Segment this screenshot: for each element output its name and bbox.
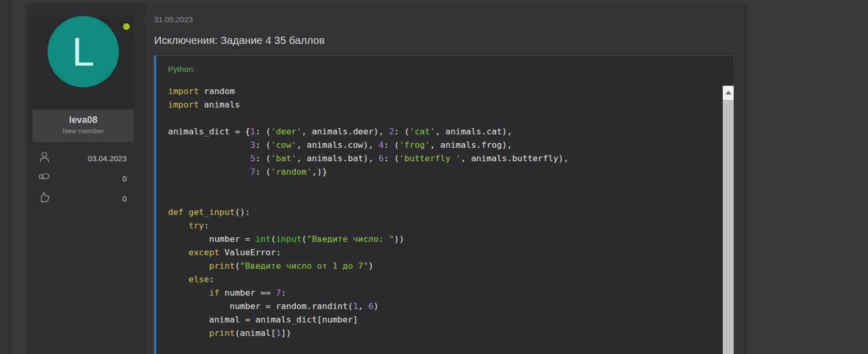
code-line [168, 179, 720, 192]
code-line: number = int(input("Введите число: ")) [168, 233, 720, 246]
stat-row-joined: 03.04.2023 [38, 150, 127, 166]
post-title: Исключения: Задание 4 35 баллов [154, 34, 734, 47]
username-link[interactable]: leva08 [35, 115, 132, 126]
code-line [168, 112, 720, 125]
likes-icon [38, 191, 51, 206]
code-language-label: Python: [168, 65, 720, 74]
code-line: animals_dict = {1: ('deer', animals.deer… [168, 125, 720, 138]
chevron-up-icon [725, 90, 732, 95]
code-line: animal = animals_dict[number] [168, 313, 720, 327]
code-line: number = random.randint(1, 6) [168, 300, 720, 313]
code-line: print("Введите число от 1 до 7") [168, 259, 720, 273]
post-date: 31.05.2023 [154, 15, 734, 24]
code-line: print(animal[1]) [168, 327, 720, 340]
code-line: import random [168, 85, 720, 98]
stat-row-messages: 0 [38, 171, 127, 186]
code-block: Python: import randomimport animalsanima… [154, 55, 734, 354]
likes-count-value: 0 [123, 194, 127, 203]
code-line: except ValueError: [168, 246, 720, 259]
messages-count-value: 0 [123, 174, 127, 183]
join-date-value: 03.04.2023 [88, 154, 127, 163]
messages-icon [38, 171, 51, 186]
code-line: try: [168, 219, 720, 233]
code-line [168, 192, 720, 206]
code-scrollbar[interactable] [723, 86, 734, 354]
code-line: else: [168, 273, 720, 286]
page-left-divider [0, 0, 12, 354]
code-line: if number == 7: [168, 286, 720, 300]
stat-row-likes: 0 [38, 191, 127, 206]
scrollbar-thumb[interactable] [723, 100, 734, 354]
person-icon [38, 150, 51, 166]
forum-post-card: L leva08 New member 03.04.2023 [26, 2, 748, 354]
code-line: 5: ('bat', animals.bat), 6: ('butterfly … [168, 152, 720, 165]
user-role-label: New member [35, 127, 132, 135]
user-info-column: L leva08 New member 03.04.2023 [26, 3, 147, 354]
code-line: import animals [168, 98, 720, 112]
code-line: 7: ('random',)} [168, 165, 720, 179]
message-column: 31.05.2023 Исключения: Задание 4 35 балл… [147, 3, 748, 354]
code-line: def get_input(): [168, 206, 720, 219]
code-line: 3: ('cow', animals.cow), 4: ('frog', ani… [168, 138, 720, 152]
scrollbar-up-button[interactable] [723, 86, 734, 99]
user-stats: 03.04.2023 0 0 [33, 142, 134, 206]
avatar[interactable]: L [48, 16, 119, 87]
user-details: leva08 New member [33, 110, 134, 142]
avatar-cell: L [33, 16, 134, 110]
online-status-dot [123, 23, 130, 30]
code-lines: import randomimport animalsanimals_dict … [168, 85, 720, 340]
